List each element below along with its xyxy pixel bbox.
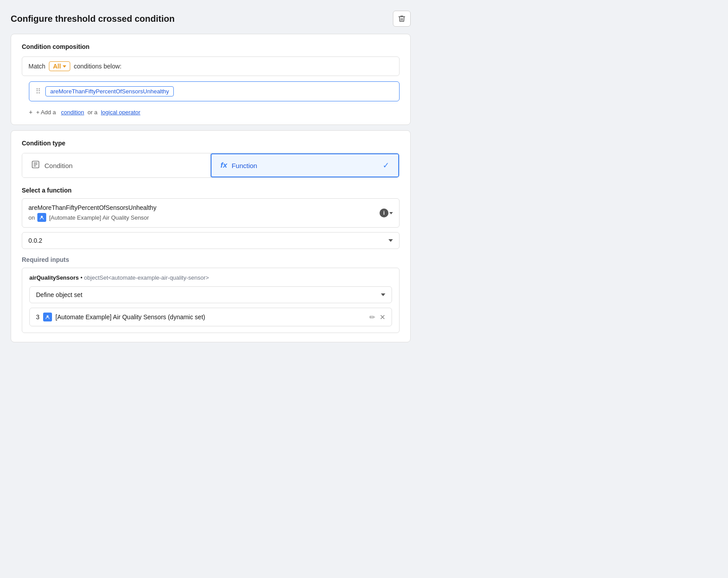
condition-type-grid: Condition fx Function ✓ [22, 153, 400, 178]
condition-composition-card: Condition composition Match All conditio… [11, 34, 411, 125]
define-obj-dropdown-arrow-icon [381, 293, 385, 296]
function-box: areMoreThanFiftyPercentOfSensorsUnhealth… [22, 198, 400, 228]
match-label: Match [28, 63, 45, 70]
info-dropdown-arrow-icon [389, 212, 393, 214]
delete-button[interactable] [393, 11, 411, 27]
function-name: areMoreThanFiftyPercentOfSensorsUnhealth… [28, 204, 156, 211]
version-dropdown-arrow-icon [388, 239, 393, 242]
condition-type-label: Condition type [22, 140, 400, 147]
conditions-below-text: conditions below: [74, 63, 121, 70]
sensor-count: 3 [36, 313, 40, 321]
add-condition-link[interactable]: condition [61, 109, 84, 116]
add-operator-link[interactable]: logical operator [101, 109, 140, 116]
condition-composition-label: Condition composition [22, 43, 400, 50]
add-condition-row: + + Add a condition or a logical operato… [29, 106, 400, 116]
match-dropdown-arrow-icon [63, 65, 66, 68]
add-text: + Add a [36, 109, 56, 116]
function-type-icon: fx [220, 161, 227, 170]
match-row: Match All conditions below: [22, 56, 400, 76]
function-option-label: Function [232, 162, 257, 169]
function-box-left: areMoreThanFiftyPercentOfSensorsUnhealth… [28, 204, 156, 222]
edit-sensor-icon[interactable]: ✏ [369, 313, 375, 321]
param-type: objectSet<automate-example-air-quality-s… [84, 274, 209, 281]
condition-type-icon [31, 160, 40, 171]
drag-handle-icon[interactable]: ⠿ [36, 87, 41, 96]
version-dropdown[interactable]: 0.0.2 [22, 232, 400, 249]
page-title: Configure threshold crossed condition [11, 14, 175, 24]
sensor-row-icon [43, 313, 52, 321]
select-function-label: Select a function [22, 187, 400, 194]
sensor-label: [Automate Example] Air Quality Sensor [49, 214, 149, 221]
condition-type-card: Condition type Condition fx Function [11, 130, 411, 342]
info-button[interactable]: i [380, 209, 393, 217]
required-inputs-label: Required inputs [22, 256, 400, 263]
svg-point-4 [41, 216, 43, 218]
param-separator: • [79, 274, 84, 281]
remove-sensor-icon[interactable]: ✕ [380, 313, 385, 321]
sensor-name: [Automate Example] Air Quality Sensors (… [56, 313, 366, 321]
version-text: 0.0.2 [28, 237, 42, 244]
sensor-actions: ✏ ✕ [369, 313, 385, 321]
check-icon: ✓ [383, 161, 389, 170]
page-header: Configure threshold crossed condition [11, 11, 411, 27]
define-object-set-dropdown[interactable]: Define object set [29, 286, 392, 303]
function-on-row: on [Automate Example] Air Quality Sensor [28, 213, 156, 222]
sensor-small-icon [37, 213, 46, 222]
condition-item-row: ⠿ areMoreThanFiftyPercentOfSensorsUnheal… [29, 81, 400, 101]
add-or-text: or a [86, 109, 99, 116]
input-param-row: airQualitySensors • objectSet<automate-e… [29, 274, 392, 281]
match-dropdown[interactable]: All [49, 61, 70, 71]
plus-icon: + [29, 108, 32, 116]
info-circle-icon: i [380, 209, 388, 217]
match-value: All [53, 63, 61, 70]
condition-option[interactable]: Condition [22, 153, 211, 177]
function-option[interactable]: fx Function ✓ [211, 153, 399, 177]
trash-icon [398, 15, 406, 23]
required-inputs-card: airQualitySensors • objectSet<automate-e… [22, 268, 400, 333]
on-label: on [28, 214, 35, 221]
define-obj-text: Define object set [36, 291, 82, 298]
param-name: airQualitySensors [29, 274, 79, 281]
svg-point-5 [47, 315, 49, 317]
sensor-row: 3 [Automate Example] Air Quality Sensors… [29, 308, 392, 326]
condition-tag[interactable]: areMoreThanFiftyPercentOfSensorsUnhealth… [45, 86, 174, 96]
condition-option-label: Condition [44, 162, 72, 169]
